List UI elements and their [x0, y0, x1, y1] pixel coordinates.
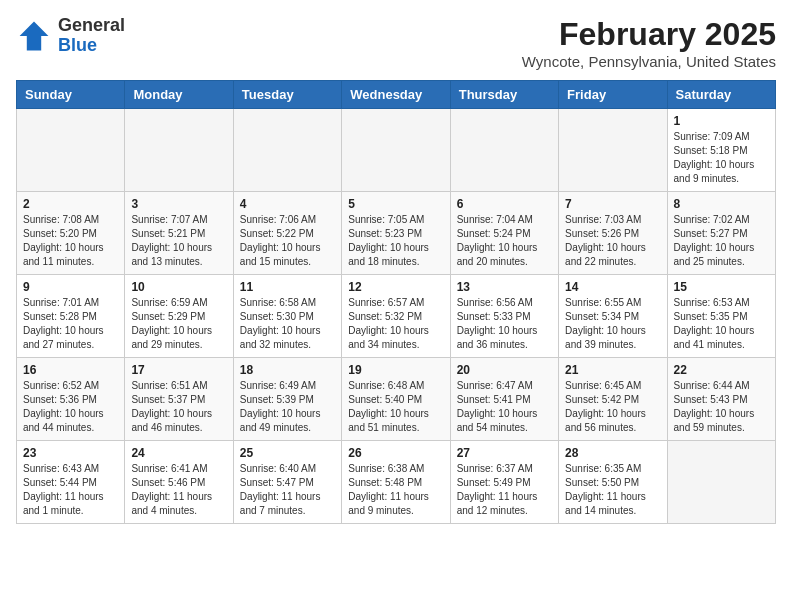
day-info: Sunrise: 6:53 AM Sunset: 5:35 PM Dayligh… — [674, 296, 769, 352]
day-number: 1 — [674, 114, 769, 128]
day-number: 28 — [565, 446, 660, 460]
day-number: 4 — [240, 197, 335, 211]
calendar-cell: 17Sunrise: 6:51 AM Sunset: 5:37 PM Dayli… — [125, 358, 233, 441]
day-info: Sunrise: 6:48 AM Sunset: 5:40 PM Dayligh… — [348, 379, 443, 435]
day-number: 10 — [131, 280, 226, 294]
calendar-header-row: SundayMondayTuesdayWednesdayThursdayFrid… — [17, 81, 776, 109]
day-number: 14 — [565, 280, 660, 294]
day-info: Sunrise: 6:43 AM Sunset: 5:44 PM Dayligh… — [23, 462, 118, 518]
calendar-cell — [233, 109, 341, 192]
calendar-cell: 11Sunrise: 6:58 AM Sunset: 5:30 PM Dayli… — [233, 275, 341, 358]
logo: General Blue — [16, 16, 125, 56]
day-info: Sunrise: 7:01 AM Sunset: 5:28 PM Dayligh… — [23, 296, 118, 352]
calendar-cell: 23Sunrise: 6:43 AM Sunset: 5:44 PM Dayli… — [17, 441, 125, 524]
calendar-cell — [342, 109, 450, 192]
calendar-cell: 3Sunrise: 7:07 AM Sunset: 5:21 PM Daylig… — [125, 192, 233, 275]
day-number: 8 — [674, 197, 769, 211]
day-info: Sunrise: 7:06 AM Sunset: 5:22 PM Dayligh… — [240, 213, 335, 269]
calendar-cell: 9Sunrise: 7:01 AM Sunset: 5:28 PM Daylig… — [17, 275, 125, 358]
day-info: Sunrise: 7:03 AM Sunset: 5:26 PM Dayligh… — [565, 213, 660, 269]
calendar-cell: 5Sunrise: 7:05 AM Sunset: 5:23 PM Daylig… — [342, 192, 450, 275]
day-info: Sunrise: 6:45 AM Sunset: 5:42 PM Dayligh… — [565, 379, 660, 435]
logo-text: General Blue — [58, 16, 125, 56]
day-number: 11 — [240, 280, 335, 294]
weekday-header-thursday: Thursday — [450, 81, 558, 109]
calendar-cell: 16Sunrise: 6:52 AM Sunset: 5:36 PM Dayli… — [17, 358, 125, 441]
calendar-cell: 7Sunrise: 7:03 AM Sunset: 5:26 PM Daylig… — [559, 192, 667, 275]
calendar-cell: 20Sunrise: 6:47 AM Sunset: 5:41 PM Dayli… — [450, 358, 558, 441]
day-number: 15 — [674, 280, 769, 294]
day-number: 24 — [131, 446, 226, 460]
weekday-header-friday: Friday — [559, 81, 667, 109]
day-number: 16 — [23, 363, 118, 377]
day-info: Sunrise: 6:37 AM Sunset: 5:49 PM Dayligh… — [457, 462, 552, 518]
weekday-header-tuesday: Tuesday — [233, 81, 341, 109]
calendar-cell: 6Sunrise: 7:04 AM Sunset: 5:24 PM Daylig… — [450, 192, 558, 275]
calendar-table: SundayMondayTuesdayWednesdayThursdayFrid… — [16, 80, 776, 524]
day-info: Sunrise: 6:59 AM Sunset: 5:29 PM Dayligh… — [131, 296, 226, 352]
calendar-cell — [17, 109, 125, 192]
day-info: Sunrise: 6:58 AM Sunset: 5:30 PM Dayligh… — [240, 296, 335, 352]
calendar-week-row: 23Sunrise: 6:43 AM Sunset: 5:44 PM Dayli… — [17, 441, 776, 524]
day-number: 25 — [240, 446, 335, 460]
day-number: 20 — [457, 363, 552, 377]
day-info: Sunrise: 7:02 AM Sunset: 5:27 PM Dayligh… — [674, 213, 769, 269]
day-info: Sunrise: 6:40 AM Sunset: 5:47 PM Dayligh… — [240, 462, 335, 518]
day-info: Sunrise: 6:41 AM Sunset: 5:46 PM Dayligh… — [131, 462, 226, 518]
weekday-header-monday: Monday — [125, 81, 233, 109]
calendar-week-row: 16Sunrise: 6:52 AM Sunset: 5:36 PM Dayli… — [17, 358, 776, 441]
day-number: 21 — [565, 363, 660, 377]
day-number: 26 — [348, 446, 443, 460]
calendar-cell: 27Sunrise: 6:37 AM Sunset: 5:49 PM Dayli… — [450, 441, 558, 524]
day-number: 9 — [23, 280, 118, 294]
day-info: Sunrise: 6:47 AM Sunset: 5:41 PM Dayligh… — [457, 379, 552, 435]
calendar-cell — [667, 441, 775, 524]
day-number: 12 — [348, 280, 443, 294]
day-info: Sunrise: 6:56 AM Sunset: 5:33 PM Dayligh… — [457, 296, 552, 352]
day-number: 22 — [674, 363, 769, 377]
day-info: Sunrise: 6:51 AM Sunset: 5:37 PM Dayligh… — [131, 379, 226, 435]
calendar-week-row: 1Sunrise: 7:09 AM Sunset: 5:18 PM Daylig… — [17, 109, 776, 192]
calendar-cell: 19Sunrise: 6:48 AM Sunset: 5:40 PM Dayli… — [342, 358, 450, 441]
calendar-cell: 28Sunrise: 6:35 AM Sunset: 5:50 PM Dayli… — [559, 441, 667, 524]
calendar-cell — [125, 109, 233, 192]
logo-icon — [16, 18, 52, 54]
calendar-cell: 21Sunrise: 6:45 AM Sunset: 5:42 PM Dayli… — [559, 358, 667, 441]
day-number: 7 — [565, 197, 660, 211]
day-number: 19 — [348, 363, 443, 377]
day-number: 18 — [240, 363, 335, 377]
calendar-cell: 12Sunrise: 6:57 AM Sunset: 5:32 PM Dayli… — [342, 275, 450, 358]
day-info: Sunrise: 6:35 AM Sunset: 5:50 PM Dayligh… — [565, 462, 660, 518]
day-number: 2 — [23, 197, 118, 211]
day-info: Sunrise: 7:09 AM Sunset: 5:18 PM Dayligh… — [674, 130, 769, 186]
day-number: 3 — [131, 197, 226, 211]
calendar-week-row: 2Sunrise: 7:08 AM Sunset: 5:20 PM Daylig… — [17, 192, 776, 275]
calendar-cell: 4Sunrise: 7:06 AM Sunset: 5:22 PM Daylig… — [233, 192, 341, 275]
day-info: Sunrise: 7:08 AM Sunset: 5:20 PM Dayligh… — [23, 213, 118, 269]
day-info: Sunrise: 6:38 AM Sunset: 5:48 PM Dayligh… — [348, 462, 443, 518]
day-info: Sunrise: 7:07 AM Sunset: 5:21 PM Dayligh… — [131, 213, 226, 269]
day-number: 5 — [348, 197, 443, 211]
calendar-cell: 10Sunrise: 6:59 AM Sunset: 5:29 PM Dayli… — [125, 275, 233, 358]
day-info: Sunrise: 7:05 AM Sunset: 5:23 PM Dayligh… — [348, 213, 443, 269]
weekday-header-saturday: Saturday — [667, 81, 775, 109]
calendar-cell: 8Sunrise: 7:02 AM Sunset: 5:27 PM Daylig… — [667, 192, 775, 275]
day-info: Sunrise: 6:44 AM Sunset: 5:43 PM Dayligh… — [674, 379, 769, 435]
weekday-header-sunday: Sunday — [17, 81, 125, 109]
title-block: February 2025 Wyncote, Pennsylvania, Uni… — [522, 16, 776, 70]
day-info: Sunrise: 6:49 AM Sunset: 5:39 PM Dayligh… — [240, 379, 335, 435]
day-info: Sunrise: 6:57 AM Sunset: 5:32 PM Dayligh… — [348, 296, 443, 352]
calendar-cell — [559, 109, 667, 192]
calendar-cell: 25Sunrise: 6:40 AM Sunset: 5:47 PM Dayli… — [233, 441, 341, 524]
calendar-cell: 1Sunrise: 7:09 AM Sunset: 5:18 PM Daylig… — [667, 109, 775, 192]
calendar-cell: 15Sunrise: 6:53 AM Sunset: 5:35 PM Dayli… — [667, 275, 775, 358]
calendar-cell: 22Sunrise: 6:44 AM Sunset: 5:43 PM Dayli… — [667, 358, 775, 441]
day-number: 17 — [131, 363, 226, 377]
calendar-cell — [450, 109, 558, 192]
day-number: 23 — [23, 446, 118, 460]
calendar-cell: 2Sunrise: 7:08 AM Sunset: 5:20 PM Daylig… — [17, 192, 125, 275]
day-number: 27 — [457, 446, 552, 460]
weekday-header-wednesday: Wednesday — [342, 81, 450, 109]
month-year-title: February 2025 — [522, 16, 776, 53]
svg-marker-0 — [20, 21, 49, 50]
